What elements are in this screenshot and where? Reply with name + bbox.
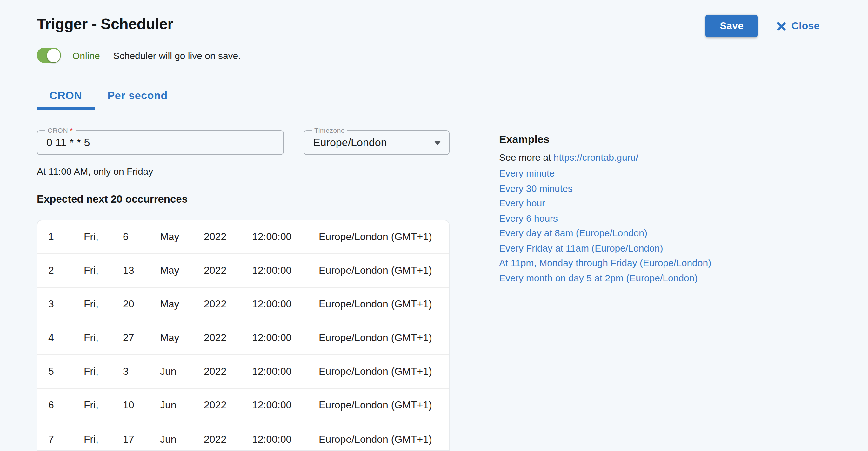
occurrence-weekday: Fri, <box>84 433 123 445</box>
occurrence-timezone: Europe/London (GMT+1) <box>319 433 449 445</box>
see-more-prefix: See more at <box>499 152 554 162</box>
occurrence-year: 2022 <box>204 366 252 377</box>
occurrence-timezone: Europe/London (GMT+1) <box>319 399 449 411</box>
close-button[interactable]: Close <box>777 20 820 32</box>
occurrence-month: May <box>160 332 204 344</box>
close-icon <box>777 21 786 31</box>
occurrence-day: 3 <box>123 366 160 377</box>
occurrence-year: 2022 <box>204 231 252 243</box>
occurrence-year: 2022 <box>204 265 252 276</box>
occurrence-year: 2022 <box>204 433 252 445</box>
example-link[interactable]: Every 30 minutes <box>499 183 573 193</box>
online-toggle[interactable] <box>37 48 61 63</box>
table-row: 4 Fri, 27 May 2022 12:00:00 Europe/Londo… <box>37 322 449 355</box>
save-button-label: Save <box>720 20 744 32</box>
occurrence-month: Jun <box>160 399 204 411</box>
occurrence-time: 12:00:00 <box>252 265 319 276</box>
example-link[interactable]: Every 6 hours <box>499 212 558 223</box>
occurrence-month: Jun <box>160 433 204 445</box>
tab-per-second-label: Per second <box>107 89 167 102</box>
tab-cron[interactable]: CRON <box>37 83 95 109</box>
occurrence-time: 12:00:00 <box>252 299 319 310</box>
crontab-guru-link[interactable]: https://crontab.guru/ <box>554 152 639 162</box>
scheduler-dialog: Trigger - Scheduler Save Close Online Sc… <box>0 0 868 451</box>
occurrence-weekday: Fri, <box>84 265 123 276</box>
occurrence-month: May <box>160 299 204 310</box>
example-link[interactable]: Every month on day 5 at 2pm (Europe/Lond… <box>499 272 698 283</box>
list-item: Every 30 minutes <box>499 183 829 193</box>
occurrence-time: 12:00:00 <box>252 433 319 445</box>
timezone-select[interactable]: Timezone Europe/London <box>304 130 450 155</box>
examples-panel: Examples See more at https://crontab.gur… <box>499 133 829 288</box>
occurrence-year: 2022 <box>204 299 252 310</box>
occurrence-time: 12:00:00 <box>252 332 319 344</box>
go-live-description: Scheduler will go live on save. <box>113 50 241 61</box>
occurrence-time: 12:00:00 <box>252 366 319 377</box>
example-link[interactable]: Every day at 8am (Europe/London) <box>499 228 647 238</box>
examples-heading: Examples <box>499 133 829 147</box>
toggle-knob <box>47 49 60 62</box>
table-row: 3 Fri, 20 May 2022 12:00:00 Europe/Londo… <box>37 288 449 322</box>
cron-input[interactable]: CRON * 0 11 * * 5 <box>37 130 284 155</box>
occurrence-timezone: Europe/London (GMT+1) <box>319 265 449 276</box>
online-status-label: Online <box>72 50 100 61</box>
occurrence-time: 12:00:00 <box>252 231 319 243</box>
occurrence-day: 17 <box>123 433 160 445</box>
see-more-line: See more at https://crontab.guru/ <box>499 152 829 162</box>
occurrence-day: 13 <box>123 265 160 276</box>
chevron-down-icon <box>434 141 441 146</box>
occurrence-month: May <box>160 231 204 243</box>
page-title: Trigger - Scheduler <box>37 15 173 33</box>
occurrence-index: 3 <box>48 299 84 310</box>
occurrence-timezone: Europe/London (GMT+1) <box>319 366 449 377</box>
tab-cron-label: CRON <box>50 89 82 102</box>
occurrences-heading: Expected next 20 occurrences <box>37 193 188 205</box>
list-item: Every 6 hours <box>499 213 829 223</box>
table-row: 7 Fri, 17 Jun 2022 12:00:00 Europe/Londo… <box>37 422 449 451</box>
table-row: 6 Fri, 10 Jun 2022 12:00:00 Europe/Londo… <box>37 389 449 422</box>
occurrence-index: 7 <box>48 433 84 445</box>
occurrence-month: Jun <box>160 366 204 377</box>
occurrence-weekday: Fri, <box>84 299 123 310</box>
list-item: At 11pm, Monday through Friday (Europe/L… <box>499 258 829 267</box>
list-item: Every hour <box>499 198 829 208</box>
occurrence-timezone: Europe/London (GMT+1) <box>319 231 449 243</box>
occurrence-day: 27 <box>123 332 160 344</box>
table-row: 5 Fri, 3 Jun 2022 12:00:00 Europe/London… <box>37 355 449 389</box>
occurrence-index: 2 <box>48 265 84 276</box>
occurrence-timezone: Europe/London (GMT+1) <box>319 299 449 310</box>
example-links: Every minute Every 30 minutes Every hour… <box>499 168 829 282</box>
example-link[interactable]: At 11pm, Monday through Friday (Europe/L… <box>499 257 711 268</box>
occurrence-index: 5 <box>48 366 84 377</box>
occurrence-weekday: Fri, <box>84 366 123 377</box>
occurrence-timezone: Europe/London (GMT+1) <box>319 332 449 344</box>
occurrence-weekday: Fri, <box>84 231 123 243</box>
header-actions: Save Close <box>706 14 820 37</box>
occurrence-month: May <box>160 265 204 276</box>
occurrence-index: 4 <box>48 332 84 344</box>
example-link[interactable]: Every hour <box>499 198 545 208</box>
occurrence-index: 1 <box>48 231 84 243</box>
list-item: Every Friday at 11am (Europe/London) <box>499 243 829 252</box>
occurrences-table: 1 Fri, 6 May 2022 12:00:00 Europe/London… <box>37 220 450 451</box>
table-row: 1 Fri, 6 May 2022 12:00:00 Europe/London… <box>37 220 449 254</box>
table-row: 2 Fri, 13 May 2022 12:00:00 Europe/Londo… <box>37 254 449 288</box>
occurrence-weekday: Fri, <box>84 332 123 344</box>
occurrence-year: 2022 <box>204 332 252 344</box>
list-item: Every month on day 5 at 2pm (Europe/Lond… <box>499 273 829 282</box>
example-link[interactable]: Every Friday at 11am (Europe/London) <box>499 242 663 253</box>
occurrence-day: 10 <box>123 399 160 411</box>
cron-description: At 11:00 AM, only on Friday <box>37 166 153 177</box>
occurrence-year: 2022 <box>204 399 252 411</box>
save-button[interactable]: Save <box>706 14 758 37</box>
occurrence-time: 12:00:00 <box>252 399 319 411</box>
cron-input-value: 0 11 * * 5 <box>46 131 90 154</box>
example-link[interactable]: Every minute <box>499 168 555 179</box>
occurrence-weekday: Fri, <box>84 399 123 411</box>
status-row: Online Scheduler will go live on save. <box>37 48 241 63</box>
occurrence-index: 6 <box>48 399 84 411</box>
occurrence-day: 20 <box>123 299 160 310</box>
tab-per-second[interactable]: Per second <box>95 83 180 109</box>
tab-bar: CRON Per second <box>37 83 831 109</box>
list-item: Every minute <box>499 168 829 178</box>
